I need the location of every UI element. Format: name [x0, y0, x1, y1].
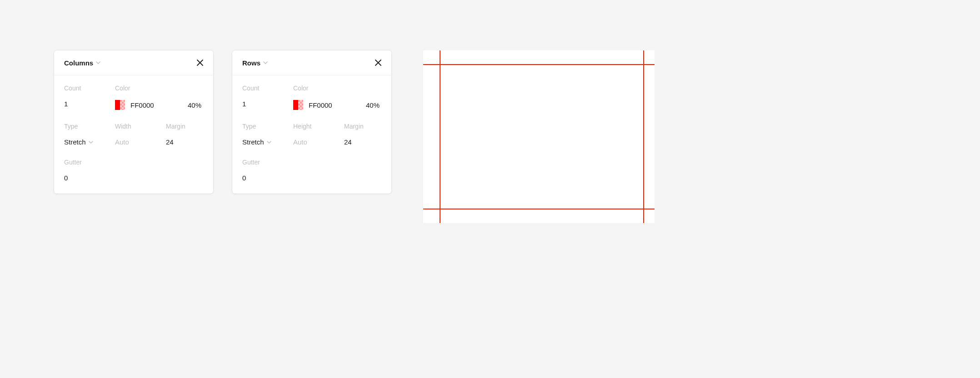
color-label: Color [115, 85, 203, 92]
color-opacity-input[interactable]: 40% [366, 101, 381, 109]
rows-panel-header: Rows [232, 50, 391, 75]
columns-panel-body: Count 1 Color FF0000 40% [54, 75, 213, 194]
rows-title: Rows [242, 59, 260, 67]
color-hex-input[interactable]: FF0000 [130, 101, 154, 109]
color-opacity-input[interactable]: 40% [188, 101, 203, 109]
type-dropdown[interactable]: Stretch [242, 138, 293, 146]
height-label: Height [293, 123, 344, 130]
close-button[interactable] [373, 58, 383, 68]
color-hex-input[interactable]: FF0000 [309, 101, 332, 109]
color-swatch[interactable] [115, 100, 125, 110]
margin-label: Margin [166, 123, 203, 130]
rows-panel: Rows Count 1 Color [232, 50, 391, 194]
type-dropdown[interactable]: Stretch [64, 138, 115, 146]
columns-panel: Columns Count 1 Color [54, 50, 213, 194]
gutter-input[interactable]: 0 [242, 174, 293, 182]
grid-row-line-top [423, 64, 655, 65]
count-label: Count [242, 85, 293, 92]
columns-title: Columns [64, 59, 93, 67]
grid-column-line-left [440, 50, 440, 223]
type-label: Type [242, 123, 293, 130]
chevron-down-icon [96, 60, 100, 65]
height-input[interactable]: Auto [293, 138, 344, 146]
type-label: Type [64, 123, 115, 130]
width-label: Width [115, 123, 166, 130]
close-icon [375, 59, 382, 66]
count-label: Count [64, 85, 115, 92]
layout-grid-preview [423, 50, 655, 223]
chevron-down-icon [267, 140, 271, 144]
margin-input[interactable]: 24 [166, 138, 203, 146]
gutter-input[interactable]: 0 [64, 174, 115, 182]
count-input[interactable]: 1 [242, 100, 293, 108]
color-label: Color [293, 85, 381, 92]
margin-label: Margin [344, 123, 381, 130]
width-input[interactable]: Auto [115, 138, 166, 146]
columns-panel-header: Columns [54, 50, 213, 75]
margin-input[interactable]: 24 [344, 138, 381, 146]
grid-row-line-bottom [423, 209, 655, 209]
columns-title-dropdown[interactable]: Columns [64, 59, 100, 67]
close-icon [196, 59, 204, 66]
gutter-label: Gutter [64, 159, 115, 166]
rows-panel-body: Count 1 Color FF0000 40% [232, 75, 391, 194]
grid-column-line-right [643, 50, 644, 223]
rows-title-dropdown[interactable]: Rows [242, 59, 268, 67]
color-swatch[interactable] [293, 100, 303, 110]
type-value: Stretch [64, 138, 86, 146]
chevron-down-icon [263, 60, 268, 65]
type-value: Stretch [242, 138, 264, 146]
close-button[interactable] [195, 58, 205, 68]
count-input[interactable]: 1 [64, 100, 115, 108]
chevron-down-icon [89, 140, 93, 144]
gutter-label: Gutter [242, 159, 293, 166]
